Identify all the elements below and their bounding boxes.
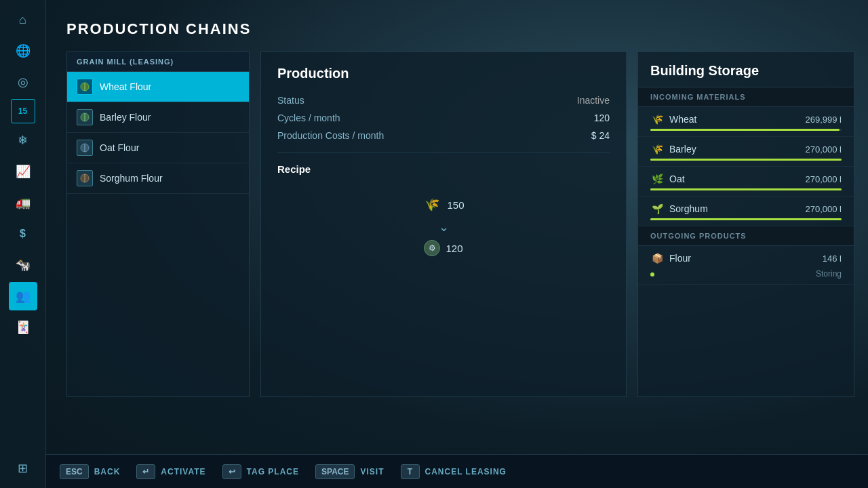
recipe-title: Recipe [277,163,610,175]
sidebar: ⌂ 🌐 ◎ 15 ❄ 📈 🚛 $ 🐄 👥 🃏 ⊞ [0,0,46,488]
barley-progress-bar [650,159,842,161]
oat-storage-value: 270,000 l [806,174,842,184]
barley-storage-value: 270,000 l [806,144,842,155]
flour-storage-value: 146 l [823,253,842,264]
wheat-storage-icon: 🌾 [650,113,664,126]
cycles-label: Cycles / month [277,113,340,123]
oat-storage-name: Oat [669,174,685,184]
sidebar-icon-calendar[interactable]: 15 [11,99,35,123]
chains-panel: GRAIN MILL (LEASING) Wheat Flour [66,52,250,397]
production-title: Production [277,66,610,81]
barley-storage-icon: 🌾 [650,142,664,156]
storage-item-flour: 📦 Flour 146 l Storing [638,246,854,285]
recipe-input-icon: 🌾 [422,195,441,214]
storage-item-barley: 🌾 Barley 270,000 l [638,137,854,167]
sidebar-icon-globe[interactable]: 🌐 [9,37,37,65]
chain-item-sorghum-flour[interactable]: Sorghum Flour [67,163,249,194]
outgoing-label: OUTGOING PRODUCTS [638,226,854,246]
cycles-row: Cycles / month 120 [277,113,610,123]
recipe-output-amount: 120 [446,243,462,254]
sidebar-icon-steering[interactable]: ◎ [9,68,37,96]
flour-storing-label: Storing [816,269,842,279]
costs-value: $ 24 [591,130,610,141]
sidebar-icon-truck[interactable]: 🚛 [9,188,37,217]
chain-label-sorghum: Sorghum Flour [100,173,163,184]
costs-row: Production Costs / month $ 24 [277,130,610,141]
sidebar-icon-snowflake[interactable]: ❄ [9,126,37,155]
visit-badge[interactable]: SPACE [315,464,355,479]
bottom-bar: ESC BACK ↵ ACTIVATE ↩ TAG PLACE SPACE VI… [46,454,868,488]
visit-label: VISIT [360,467,384,476]
hotkey-esc: ESC BACK [60,464,120,479]
sidebar-icon-bottom[interactable]: ⊞ [9,454,37,483]
cancel-leasing-badge[interactable]: T [401,464,420,479]
cancel-leasing-label: CANCEL LEASING [425,467,507,476]
main-content: PRODUCTION CHAINS GRAIN MILL (LEASING) W… [46,0,868,454]
activate-label: ACTIVATE [161,467,205,476]
sorghum-storage-value: 270,000 l [806,204,842,214]
sidebar-icon-animals[interactable]: 🐄 [9,251,37,279]
recipe-flow: 🌾 150 ⌄ ⚙ 120 [277,188,610,263]
flour-dot-indicator [650,272,654,277]
sorghum-progress-bar [650,218,842,220]
divider [277,152,610,152]
storage-item-wheat: 🌾 Wheat 269,999 l [638,107,854,137]
incoming-label: INCOMING MATERIALS [638,87,854,107]
flour-storage-icon: 📦 [650,251,664,265]
recipe-arrow: ⌄ [439,220,449,235]
sorghum-storage-name: Sorghum [669,203,708,214]
hotkey-activate: ↵ ACTIVATE [136,464,205,479]
hotkey-cancel-leasing: T CANCEL LEASING [401,464,507,479]
production-status-row: Status Inactive [277,95,610,106]
hotkey-tagplace: ↩ TAG PLACE [222,464,299,479]
oat-storage-icon: 🌿 [650,172,664,186]
chain-icon-sorghum [77,170,93,186]
chain-item-barley-flour[interactable]: Barley Flour [67,102,249,133]
esc-label: BACK [94,467,121,476]
sidebar-icon-dollar[interactable]: $ [9,220,37,248]
oat-progress-fill [650,188,842,190]
wheat-progress-bar [650,129,842,131]
sidebar-icon-chart[interactable]: 📈 [9,157,37,186]
wheat-progress-fill [650,129,840,131]
chains-header: GRAIN MILL (LEASING) [67,52,249,72]
chain-label-barley: Barley Flour [100,112,151,123]
page-title: PRODUCTION CHAINS [66,20,854,38]
chain-icon-barley [77,109,93,125]
storage-item-sorghum: 🌱 Sorghum 270,000 l [638,197,854,226]
wheat-storage-name: Wheat [669,114,696,125]
chain-label-oat: Oat Flour [100,142,139,153]
recipe-input: 🌾 150 [422,195,464,214]
chain-item-oat-flour[interactable]: Oat Flour [67,133,249,163]
esc-badge[interactable]: ESC [60,464,89,479]
recipe-input-amount: 150 [447,199,464,211]
chain-icon-oat [77,140,93,156]
content-row: GRAIN MILL (LEASING) Wheat Flour [66,52,854,397]
wheat-storage-value: 269,999 l [806,115,842,125]
barley-progress-fill [650,159,842,161]
activate-badge[interactable]: ↵ [136,464,155,479]
storage-header: Building Storage [638,52,854,87]
chain-item-wheat-flour[interactable]: Wheat Flour [67,72,249,102]
flour-storage-name: Flour [669,253,691,264]
sidebar-icon-people[interactable]: 👥 [9,282,37,310]
production-panel: Production Status Inactive Cycles / mont… [260,52,627,397]
barley-storage-name: Barley [669,144,696,155]
sorghum-storage-icon: 🌱 [650,202,664,216]
costs-label: Production Costs / month [277,130,384,141]
recipe-output-icon: ⚙ [424,240,440,256]
storage-panel: Building Storage INCOMING MATERIALS 🌾 Wh… [637,52,854,397]
tagplace-label: TAG PLACE [247,467,299,476]
tagplace-badge[interactable]: ↩ [222,464,241,479]
sidebar-icon-home[interactable]: ⌂ [9,5,37,34]
cycles-value: 120 [594,113,610,123]
chain-icon-wheat [77,79,93,95]
recipe-output: ⚙ 120 [424,240,462,256]
oat-progress-bar [650,188,842,190]
sorghum-progress-fill [650,218,842,220]
storage-item-oat: 🌿 Oat 270,000 l [638,167,854,197]
sidebar-icon-cards[interactable]: 🃏 [9,313,37,342]
hotkey-visit: SPACE VISIT [315,464,384,479]
chain-label-wheat: Wheat Flour [100,81,151,92]
storage-title: Building Storage [650,63,842,79]
